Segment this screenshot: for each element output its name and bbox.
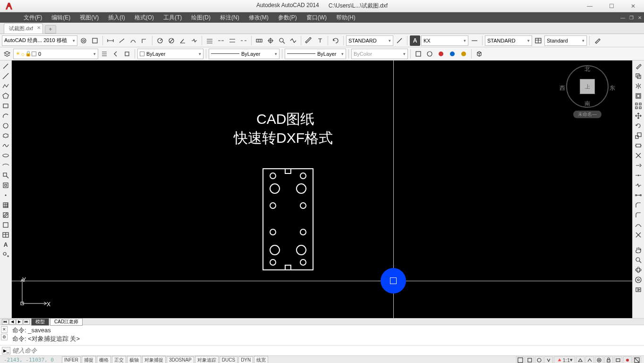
viewcube-face[interactable]: 上 <box>580 79 595 94</box>
dim-continue-icon[interactable] <box>216 35 226 46</box>
showmotion-icon[interactable] <box>633 285 644 294</box>
dim-space-icon[interactable] <box>227 35 237 46</box>
render-shaded-icon[interactable] <box>447 49 458 59</box>
doc-close-icon[interactable]: ✕ <box>636 14 644 21</box>
drawing-canvas[interactable]: CAD图纸 快速转DXF格式 <box>12 60 632 318</box>
layer-prev-icon[interactable] <box>110 49 121 59</box>
circle-icon[interactable] <box>0 121 11 130</box>
dim-aligned-icon[interactable] <box>117 35 127 46</box>
menu-window[interactable]: 窗口(W) <box>302 13 331 23</box>
dim-arc-icon[interactable] <box>128 35 138 46</box>
coordinates[interactable]: -2143, -11037, 0 <box>0 357 61 363</box>
render-realistic-icon[interactable] <box>436 49 446 59</box>
layer-manager-icon[interactable] <box>2 49 12 59</box>
lock-ui-icon[interactable] <box>604 356 613 363</box>
cmd-close-icon[interactable]: ✕ <box>1 326 8 333</box>
menu-edit[interactable]: 编辑(E) <box>47 13 75 23</box>
sel-cycling-icon[interactable] <box>535 356 543 363</box>
inspect-icon[interactable] <box>277 35 287 46</box>
hatch-icon[interactable] <box>0 200 11 210</box>
polyline-icon[interactable] <box>0 81 11 91</box>
status-infer[interactable]: INFER <box>62 356 81 363</box>
dim-text-edit-icon[interactable] <box>315 35 325 46</box>
status-dyn[interactable]: DYN <box>238 356 253 363</box>
ws-switch-icon[interactable] <box>595 356 603 363</box>
viewcube[interactable]: 北 南 东 西 上 未命名— <box>561 65 613 122</box>
dim-edit-icon[interactable] <box>304 35 314 46</box>
line-icon[interactable] <box>0 61 11 71</box>
trim-icon[interactable] <box>633 151 644 160</box>
status-lwt[interactable]: 线宽 <box>254 356 268 363</box>
extend-icon[interactable] <box>633 161 644 170</box>
offset-icon[interactable] <box>633 91 644 101</box>
text-style-edit-icon[interactable] <box>394 35 405 46</box>
render-sphere-icon[interactable] <box>458 49 469 59</box>
break-icon[interactable] <box>633 181 644 190</box>
dim-baseline-icon[interactable] <box>204 35 215 46</box>
doc-restore-icon[interactable]: ❐ <box>627 14 635 21</box>
close-button[interactable]: ✕ <box>622 0 644 12</box>
layout-tab[interactable]: CAD江老师 <box>50 318 83 326</box>
anno-scale-icon[interactable] <box>544 356 553 363</box>
status-polar[interactable]: 极轴 <box>127 356 141 363</box>
menu-file[interactable]: 文件(F) <box>19 13 47 23</box>
minimize-button[interactable]: — <box>579 0 601 12</box>
brush-icon[interactable] <box>592 35 602 46</box>
dim-radius-icon[interactable] <box>155 35 165 46</box>
workspace-select[interactable]: AutoCAD 经典... 2010 移植 <box>2 35 77 46</box>
lineweight-select[interactable]: ByLayer <box>285 49 346 59</box>
text-icon[interactable]: A <box>410 35 420 46</box>
break-point-icon[interactable] <box>633 171 644 180</box>
tab-close-icon[interactable]: ✕ <box>37 25 41 30</box>
command-input[interactable] <box>12 347 634 354</box>
menu-draw[interactable]: 绘图(D) <box>186 13 215 23</box>
join-icon[interactable] <box>633 190 644 200</box>
gradient-icon[interactable] <box>0 210 11 220</box>
dim-ordinate-icon[interactable] <box>139 35 150 46</box>
scale-icon[interactable] <box>633 131 644 140</box>
anno-auto-icon[interactable] <box>585 356 594 363</box>
menu-dimension[interactable]: 标注(N) <box>215 13 244 23</box>
dim-diameter-icon[interactable] <box>166 35 177 46</box>
point-icon[interactable] <box>0 190 11 200</box>
dim-jogged-icon[interactable] <box>189 35 199 46</box>
polygon-icon[interactable] <box>0 91 11 101</box>
center-mark-icon[interactable] <box>265 35 276 46</box>
rotate-icon[interactable] <box>633 121 644 130</box>
model-space-icon[interactable] <box>516 356 525 363</box>
ellipse-icon[interactable] <box>0 151 11 160</box>
status-ducs[interactable]: DUCS <box>220 356 237 363</box>
mirror-icon[interactable] <box>633 81 644 91</box>
region-icon[interactable] <box>0 220 11 230</box>
dim-linear-icon[interactable] <box>105 35 116 46</box>
move-icon[interactable] <box>633 111 644 121</box>
menu-param[interactable]: 参数(P) <box>273 13 302 23</box>
viewcube-label[interactable]: 未命名— <box>573 111 602 118</box>
layer-iso-icon[interactable] <box>122 49 132 59</box>
cmd-prompt-icon[interactable]: ▶_ <box>2 347 10 354</box>
table-style-icon[interactable] <box>533 35 543 46</box>
nav-orbit-icon[interactable] <box>633 265 644 275</box>
layer-state-icon[interactable] <box>99 49 110 59</box>
quick-props-icon[interactable] <box>525 356 534 363</box>
array-icon[interactable] <box>633 101 644 111</box>
menu-insert[interactable]: 插入(I) <box>103 13 129 23</box>
spline-icon[interactable] <box>0 141 11 150</box>
plot-style-select[interactable]: ByColor <box>351 49 408 59</box>
dim-angular-icon[interactable] <box>178 35 188 46</box>
clean-screen-icon[interactable] <box>633 356 641 363</box>
document-tab[interactable]: 试裁图.dxf ✕ <box>4 23 43 34</box>
tab-nav-first[interactable]: ⏮ <box>2 319 8 325</box>
render-box-icon[interactable] <box>474 49 484 59</box>
xline-icon[interactable] <box>0 71 11 81</box>
tab-nav-next[interactable]: ▶ <box>16 319 23 325</box>
menu-help[interactable]: 帮助(H) <box>331 13 360 23</box>
status-grid[interactable]: 栅格 <box>97 356 111 363</box>
erase-icon[interactable] <box>633 61 644 71</box>
dim-break-icon[interactable] <box>238 35 249 46</box>
workspace-save-icon[interactable] <box>90 35 100 46</box>
command-history[interactable]: ✕ ⚙ 命令: _saveas 命令: <对象捕捉追踪 关> <box>0 325 644 345</box>
dim-jog-line-icon[interactable] <box>288 35 298 46</box>
make-block-icon[interactable] <box>0 181 11 190</box>
fillet-icon[interactable] <box>633 210 644 220</box>
